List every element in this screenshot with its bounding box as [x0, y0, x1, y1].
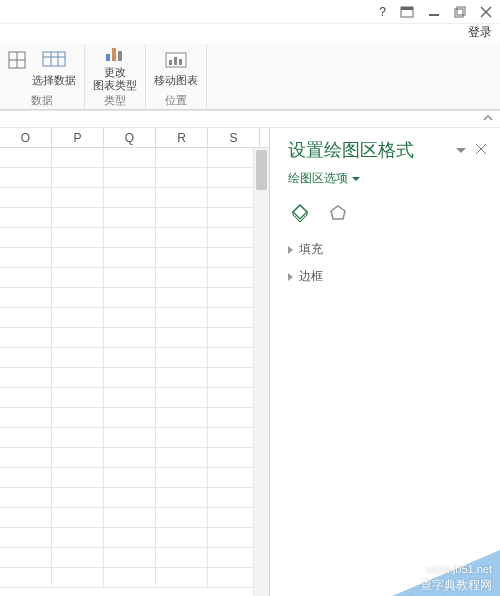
cell[interactable]: [104, 468, 156, 487]
cell[interactable]: [104, 548, 156, 567]
cell[interactable]: [104, 268, 156, 287]
cell[interactable]: [156, 248, 208, 267]
cell[interactable]: [0, 408, 52, 427]
signin-link[interactable]: 登录: [0, 24, 500, 44]
restore-icon[interactable]: [452, 4, 468, 20]
cell[interactable]: [52, 308, 104, 327]
cell[interactable]: [156, 408, 208, 427]
help-icon[interactable]: ?: [377, 3, 388, 21]
cell[interactable]: [0, 328, 52, 347]
cell[interactable]: [104, 328, 156, 347]
cell[interactable]: [52, 168, 104, 187]
ribbon-display-options-icon[interactable]: [398, 4, 416, 20]
cell[interactable]: [104, 348, 156, 367]
cell[interactable]: [104, 488, 156, 507]
cell[interactable]: [0, 388, 52, 407]
cell[interactable]: [156, 168, 208, 187]
pane-menu-icon[interactable]: [456, 143, 466, 157]
cell[interactable]: [52, 148, 104, 167]
cell[interactable]: [156, 548, 208, 567]
cell[interactable]: [156, 288, 208, 307]
column-header[interactable]: S: [208, 128, 260, 147]
cell[interactable]: [156, 388, 208, 407]
cell[interactable]: [52, 548, 104, 567]
minimize-icon[interactable]: [426, 4, 442, 20]
cell[interactable]: [156, 148, 208, 167]
cell[interactable]: [0, 568, 52, 587]
cell[interactable]: [156, 328, 208, 347]
cell[interactable]: [52, 368, 104, 387]
cell[interactable]: [0, 488, 52, 507]
cell[interactable]: [0, 248, 52, 267]
cell[interactable]: [156, 268, 208, 287]
cell[interactable]: [0, 208, 52, 227]
cell[interactable]: [0, 188, 52, 207]
cell[interactable]: [0, 448, 52, 467]
cell[interactable]: [0, 368, 52, 387]
btn-row[interactable]: [6, 48, 28, 74]
cell[interactable]: [104, 248, 156, 267]
btn-move-chart[interactable]: 移动图表: [152, 48, 200, 87]
cell[interactable]: [156, 308, 208, 327]
cell[interactable]: [104, 368, 156, 387]
cell[interactable]: [52, 228, 104, 247]
fill-line-tab-icon[interactable]: [288, 201, 312, 225]
column-header[interactable]: Q: [104, 128, 156, 147]
cell[interactable]: [52, 488, 104, 507]
cell[interactable]: [52, 208, 104, 227]
cell[interactable]: [0, 168, 52, 187]
cell[interactable]: [52, 328, 104, 347]
cell[interactable]: [52, 248, 104, 267]
column-header[interactable]: O: [0, 128, 52, 147]
pane-close-icon[interactable]: [476, 143, 486, 157]
cell[interactable]: [156, 348, 208, 367]
close-icon[interactable]: [478, 4, 494, 20]
cell[interactable]: [156, 188, 208, 207]
cell[interactable]: [52, 428, 104, 447]
column-header[interactable]: P: [52, 128, 104, 147]
cell[interactable]: [104, 428, 156, 447]
cell[interactable]: [156, 488, 208, 507]
cell[interactable]: [0, 508, 52, 527]
cell[interactable]: [0, 288, 52, 307]
cell[interactable]: [52, 188, 104, 207]
cell[interactable]: [104, 508, 156, 527]
cell[interactable]: [0, 468, 52, 487]
cell[interactable]: [0, 148, 52, 167]
cell[interactable]: [104, 208, 156, 227]
cell[interactable]: [104, 288, 156, 307]
column-header[interactable]: R: [156, 128, 208, 147]
cell[interactable]: [0, 548, 52, 567]
cell[interactable]: [156, 208, 208, 227]
cell[interactable]: [0, 268, 52, 287]
pane-section-fill[interactable]: 填充: [288, 241, 486, 258]
cell[interactable]: [104, 448, 156, 467]
cell[interactable]: [52, 268, 104, 287]
cell[interactable]: [156, 448, 208, 467]
cell[interactable]: [52, 348, 104, 367]
cell[interactable]: [104, 228, 156, 247]
cell[interactable]: [104, 568, 156, 587]
cell[interactable]: [156, 468, 208, 487]
pane-section-border[interactable]: 边框: [288, 268, 486, 285]
cell[interactable]: [0, 348, 52, 367]
cell[interactable]: [52, 568, 104, 587]
cell[interactable]: [0, 228, 52, 247]
vertical-scrollbar[interactable]: [253, 148, 269, 596]
cell[interactable]: [52, 388, 104, 407]
scroll-thumb[interactable]: [256, 150, 267, 190]
cell[interactable]: [156, 428, 208, 447]
cell[interactable]: [104, 408, 156, 427]
cell[interactable]: [52, 508, 104, 527]
btn-change-chart-type[interactable]: 更改 图表类型: [91, 40, 139, 92]
cell[interactable]: [156, 508, 208, 527]
cell[interactable]: [0, 308, 52, 327]
cell[interactable]: [156, 568, 208, 587]
cell[interactable]: [104, 168, 156, 187]
cell[interactable]: [52, 288, 104, 307]
cell[interactable]: [0, 428, 52, 447]
cell[interactable]: [104, 308, 156, 327]
cell[interactable]: [52, 448, 104, 467]
cell[interactable]: [0, 528, 52, 547]
cell[interactable]: [104, 388, 156, 407]
